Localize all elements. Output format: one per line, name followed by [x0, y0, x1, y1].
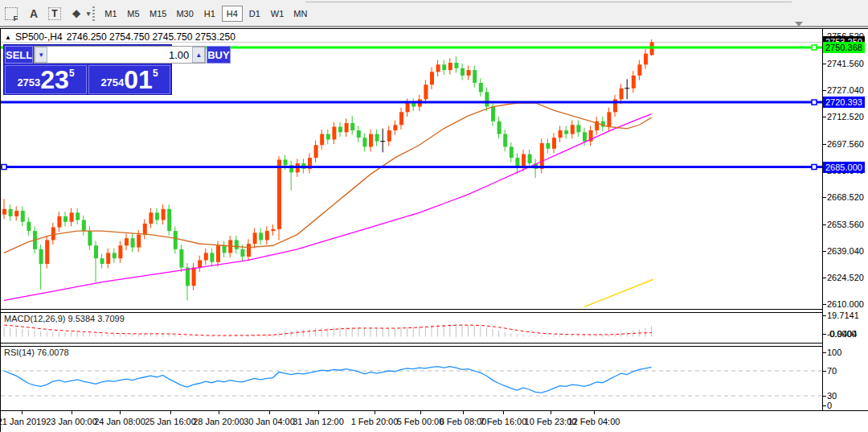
candle-body — [94, 245, 98, 258]
candle-body — [387, 130, 391, 142]
timeframe-button-h4[interactable]: H4 — [222, 6, 243, 22]
candle-body — [552, 138, 556, 149]
buy-price-sup: 5 — [153, 68, 158, 79]
candle-body — [448, 63, 452, 70]
sell-price-big: 23 — [40, 68, 69, 92]
price-axis[interactable]: 2756.5202741.5602727.0402712.5202697.560… — [822, 29, 868, 410]
toolbar-grip[interactable] — [92, 6, 95, 21]
rsi-indicator-label: RSI(14) 76.0078 — [4, 348, 69, 357]
upper-toolbar-edge — [305, 2, 792, 2]
timeframe-button-d1[interactable]: D1 — [244, 6, 265, 22]
timeframe-button-mn[interactable]: MN — [289, 6, 311, 22]
rsi-pane-top-border — [1, 346, 868, 347]
buy-button[interactable]: BUY — [207, 46, 230, 64]
time-axis-tick — [420, 411, 421, 414]
candle-body — [100, 258, 104, 264]
macd-pane-top-border — [1, 312, 868, 313]
time-axis[interactable]: 21 Jan 201923 Jan 00:0024 Jan 08:0025 Ja… — [1, 410, 868, 432]
candle-body — [473, 70, 477, 83]
text-a-icon[interactable]: A — [25, 5, 43, 23]
sell-price-button[interactable]: 2753 23 5 — [5, 65, 87, 94]
time-axis-tick — [551, 411, 551, 414]
candle-body — [332, 127, 336, 140]
candle-body — [45, 240, 49, 264]
timeframe-button-h1[interactable]: H1 — [199, 6, 220, 22]
candle-body — [411, 103, 416, 107]
arrow-tools-icon[interactable]: ❖ — [68, 5, 85, 23]
candle-body — [186, 268, 190, 286]
candle-body — [375, 134, 379, 142]
candle-body — [399, 112, 403, 125]
mt4-terminal: F A T ❖ ▾ M1M5M15M30H1H4D1W1MN ▲ SP500-,… — [0, 0, 868, 432]
gold-trendline[interactable] — [584, 279, 653, 307]
candle-body — [39, 249, 43, 264]
candle-body — [491, 107, 495, 121]
candle-body — [70, 212, 74, 221]
hline-anchor[interactable] — [812, 100, 817, 105]
candle-body — [461, 68, 465, 76]
candle-body — [583, 132, 587, 141]
text-label-icon[interactable]: T — [46, 5, 63, 23]
rsi-line — [4, 367, 652, 393]
candle-body — [350, 123, 354, 130]
timeframe-button-m1[interactable]: M1 — [100, 6, 121, 22]
macd-pane — [4, 324, 652, 337]
time-axis-tick — [170, 411, 171, 414]
timeframe-button-w1[interactable]: W1 — [267, 6, 289, 22]
time-axis-tick — [120, 411, 121, 414]
candle-body — [174, 231, 178, 249]
price-axis-tick — [823, 64, 826, 64]
time-tick-label: 28 Jan 20:00 — [193, 417, 244, 426]
candle-body — [479, 83, 483, 92]
candle-body — [265, 231, 269, 240]
candle-body — [362, 138, 366, 146]
price-tick-label: 2624.520 — [827, 273, 864, 282]
trade-panel-top-row: SELL ▼ ▲ BUY — [4, 45, 171, 64]
candle-body — [320, 134, 324, 146]
macd-indicator-label: MACD(12,26,9) 9.5384 3.7099 — [4, 314, 125, 323]
candle-body — [179, 249, 183, 268]
time-axis-tick — [318, 411, 319, 414]
time-tick-label: 21 Jan 2019 — [0, 417, 46, 426]
macd-scale-max-label: 19.7141 — [827, 311, 859, 320]
candle-body — [192, 268, 196, 286]
candle-body — [632, 76, 636, 88]
candle-body — [644, 54, 648, 65]
hline-anchor[interactable] — [812, 165, 817, 170]
timeframe-button-m15[interactable]: M15 — [145, 6, 170, 22]
fast-ma-line[interactable] — [4, 103, 652, 253]
time-tick-label: 1 Feb 20:00 — [351, 417, 399, 426]
chart-shift-marker-icon[interactable] — [795, 22, 803, 27]
hline-anchor[interactable] — [812, 45, 817, 50]
chart-window-icon[interactable]: F — [2, 5, 20, 23]
volume-increase-icon[interactable]: ▲ — [192, 47, 205, 63]
buy-price-button[interactable]: 2754 01 5 — [88, 65, 170, 94]
price-tick-label: 2712.520 — [827, 112, 864, 121]
price-axis-tick — [823, 278, 826, 278]
sell-button[interactable]: SELL — [5, 46, 33, 64]
collapse-panel-icon[interactable]: ▲ — [5, 34, 11, 41]
candle-body — [240, 249, 244, 257]
volume-decrease-icon[interactable]: ▼ — [35, 47, 47, 63]
time-axis-tick — [594, 411, 595, 414]
time-tick-label: 25 Jan 16:00 — [145, 417, 196, 426]
time-axis-tick — [463, 411, 464, 414]
candle-body — [284, 159, 288, 165]
time-tick-label: 30 Jan 04:00 — [244, 417, 295, 426]
candle-body — [559, 130, 563, 138]
sell-price-sup: 5 — [69, 68, 75, 79]
timeframe-button-m30[interactable]: M30 — [172, 6, 197, 22]
candle-body — [369, 134, 373, 147]
hline-anchor[interactable] — [2, 165, 6, 170]
volume-input[interactable] — [47, 47, 192, 63]
candle-body — [528, 154, 532, 163]
candle-body — [137, 235, 141, 248]
candle-body — [27, 222, 31, 231]
candle-body — [345, 123, 349, 132]
candle-body — [247, 244, 251, 257]
timeframe-button-m5[interactable]: M5 — [123, 6, 144, 22]
candle-body — [314, 145, 318, 158]
chart-window[interactable]: ▲ SP500-,H4 2746.250 2754.750 2745.750 2… — [0, 28, 868, 432]
candle-body — [76, 212, 80, 220]
candle-body — [216, 245, 220, 261]
